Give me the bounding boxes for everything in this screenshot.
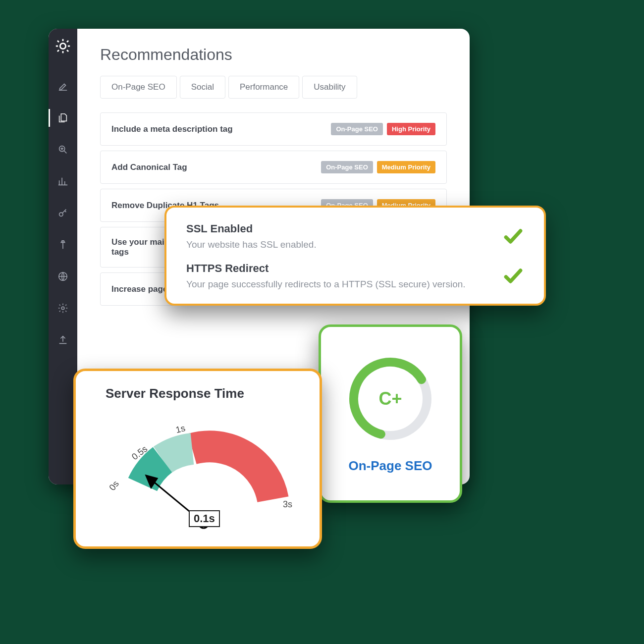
key-icon [57,208,68,218]
page-title: Recommendations [100,46,447,64]
gauge-tick: 3s [283,499,292,510]
sidebar-item-tools[interactable] [49,229,77,261]
recommendation-row[interactable]: Add Canonical Tag On-Page SEO Medium Pri… [100,151,447,184]
score-label: On-Page SEO [348,458,432,474]
category-badge: On-Page SEO [321,161,373,173]
tab-onpage-seo[interactable]: On-Page SEO [100,76,177,99]
tabs: On-Page SEO Social Performance Usability [100,76,447,99]
response-time-card: Server Response Time 0s 0.5s 1s 3s 0.1s [73,369,322,549]
sidebar-item-analytics[interactable] [49,165,77,197]
tab-social[interactable]: Social [180,76,225,99]
edit-icon [57,81,68,92]
tab-usability[interactable]: Usability [302,76,357,99]
checkmark-icon [502,265,524,287]
recommendation-row[interactable]: Include a meta description tag On-Page S… [100,112,447,146]
score-card: C+ On-Page SEO [319,324,462,503]
recommendation-title: Include a meta description tag [111,124,321,134]
svg-point-2 [59,213,63,216]
sidebar-item-search[interactable] [49,134,77,165]
settings-icon [57,303,68,314]
check-desc: Your page successfully redirects to a HT… [186,279,466,290]
priority-badge: High Priority [387,123,435,135]
app-logo-icon [54,38,71,56]
hammer-icon [57,239,68,250]
globe-icon [57,271,68,282]
security-checks-card: SSL Enabled Your website has SSL enabled… [164,206,546,306]
score-ring: C+ [346,354,435,443]
sidebar-item-pages[interactable] [49,102,77,134]
check-desc: Your website has SSL enabled. [186,239,317,250]
sidebar-item-settings[interactable] [49,292,77,324]
tab-performance[interactable]: Performance [228,76,299,99]
upload-icon [57,334,68,345]
recommendation-title: Add Canonical Tag [111,162,311,172]
check-title: HTTPS Redirect [186,262,466,275]
bar-chart-icon [57,176,68,187]
check-row: SSL Enabled Your website has SSL enabled… [186,222,524,250]
checkmark-icon [502,225,524,247]
check-title: SSL Enabled [186,222,317,235]
gauge-chart: 0s 0.5s 1s 3s 0.1s [91,405,305,539]
sidebar-item-export[interactable] [49,324,77,356]
svg-point-4 [61,307,64,310]
sidebar-item-web[interactable] [49,261,77,292]
gauge-title: Server Response Time [106,386,305,401]
sidebar-item-keywords[interactable] [49,197,77,229]
score-grade: C+ [346,354,435,443]
svg-point-0 [60,43,65,49]
sidebar-item-edit[interactable] [49,70,77,102]
category-badge: On-Page SEO [331,123,383,135]
priority-badge: Medium Priority [377,161,435,173]
check-row: HTTPS Redirect Your page successfully re… [186,262,524,290]
pages-icon [57,112,68,123]
gauge-value: 0.1s [189,510,220,527]
zoom-icon [57,144,68,155]
